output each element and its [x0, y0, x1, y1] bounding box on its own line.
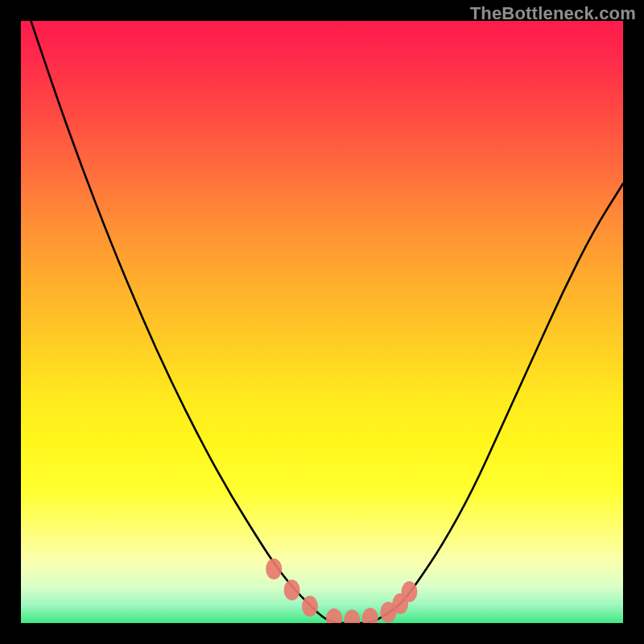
curve-marker — [344, 609, 360, 623]
watermark-text: TheBottleneck.com — [470, 3, 636, 24]
curve-marker — [302, 596, 318, 617]
curve-marker — [362, 608, 378, 623]
chart-frame: TheBottleneck.com — [0, 0, 644, 644]
curve-marker — [284, 580, 300, 601]
chart-plot-area — [21, 21, 623, 623]
bottleneck-curve-line — [21, 21, 623, 623]
curve-marker — [402, 581, 418, 602]
curve-marker — [266, 559, 282, 580]
curve-floor-markers — [266, 559, 417, 623]
curve-marker — [326, 609, 342, 623]
